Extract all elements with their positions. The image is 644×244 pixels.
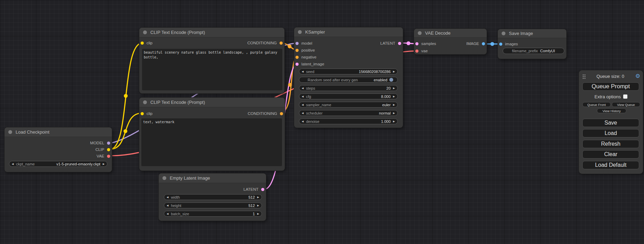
comfyui-canvas[interactable]: { "canvas": { "background": "#212125", "… <box>0 0 644 244</box>
port-dot-image-icon[interactable] <box>482 42 485 45</box>
widget-scheduler[interactable]: ◀ scheduler normal ▶ <box>299 110 398 116</box>
node-header[interactable]: Save Image <box>498 29 566 38</box>
increment-arrow-icon[interactable]: ▶ <box>255 213 262 215</box>
load-button[interactable]: Load <box>582 129 639 137</box>
port-dot-conditioning-icon[interactable] <box>280 112 283 115</box>
output-port-clip[interactable]: CLIP <box>95 146 110 153</box>
port-dot-conditioning-icon[interactable] <box>295 56 299 59</box>
decrement-arrow-icon[interactable]: ◀ <box>299 95 306 98</box>
view-history-button[interactable]: View History <box>597 108 626 113</box>
port-dot-vae-icon[interactable] <box>415 49 418 53</box>
widget-cfg[interactable]: ◀ cfg 8.000 ▶ <box>299 93 398 99</box>
widget-steps[interactable]: ◀ steps 20 ▶ <box>299 85 398 91</box>
node-clip-text-encode-negative[interactable]: CLIP Text Encode (Prompt) clip CONDITION… <box>139 98 285 171</box>
increment-arrow-icon[interactable]: ▶ <box>391 103 397 106</box>
extra-options-checkbox[interactable] <box>623 94 627 99</box>
output-port-latent[interactable]: LATENT <box>380 40 401 47</box>
port-dot-conditioning-icon[interactable] <box>295 49 299 52</box>
refresh-button[interactable]: Refresh <box>582 140 639 148</box>
output-port-vae[interactable]: VAE <box>97 153 110 160</box>
port-dot-latent-icon[interactable] <box>398 42 401 45</box>
collapse-dot-icon[interactable] <box>8 130 12 134</box>
clear-button[interactable]: Clear <box>582 150 639 159</box>
output-port-image[interactable]: IMAGE <box>466 40 485 47</box>
drag-handle-icon[interactable] <box>582 74 585 79</box>
input-port-model[interactable]: model <box>295 40 312 47</box>
widget-batch-size[interactable]: ◀ batch_size 1 ▶ <box>164 211 262 217</box>
node-header[interactable]: CLIP Text Encode (Prompt) <box>139 28 284 37</box>
increment-arrow-icon[interactable]: ▶ <box>391 120 397 123</box>
widget-width[interactable]: ◀ width 512 ▶ <box>164 194 262 200</box>
input-port-samples[interactable]: samples <box>415 40 436 47</box>
view-queue-button[interactable]: View Queue <box>612 102 640 107</box>
port-dot-latent-icon[interactable] <box>415 42 418 45</box>
decrement-arrow-icon[interactable]: ◀ <box>299 112 306 114</box>
input-port-latent-image[interactable]: latent_image <box>295 61 324 67</box>
increment-arrow-icon[interactable]: ▶ <box>100 163 107 165</box>
port-dot-latent-icon[interactable] <box>261 188 264 191</box>
decrement-arrow-icon[interactable]: ◀ <box>299 120 306 123</box>
port-dot-vae-icon[interactable] <box>107 155 110 158</box>
decrement-arrow-icon[interactable]: ◀ <box>299 103 306 106</box>
node-header[interactable]: VAE Decode <box>414 29 487 38</box>
input-port-clip[interactable]: clip <box>141 39 152 46</box>
node-load-checkpoint[interactable]: Load Checkpoint MODEL CLIP VAE ◀ ckpt_na… <box>5 127 112 172</box>
port-dot-clip-icon[interactable] <box>141 112 144 115</box>
decrement-arrow-icon[interactable]: ◀ <box>164 213 171 215</box>
widget-denoise[interactable]: ◀ denoise 1.000 ▶ <box>299 118 398 124</box>
port-dot-model-icon[interactable] <box>295 42 299 45</box>
port-dot-clip-icon[interactable] <box>107 148 110 151</box>
node-vae-decode[interactable]: VAE Decode samples vae IMAGE <box>414 29 487 54</box>
widget-height[interactable]: ◀ height 512 ▶ <box>164 202 262 208</box>
node-ksampler[interactable]: KSampler model positive negative latent_… <box>294 27 403 128</box>
increment-arrow-icon[interactable]: ▶ <box>255 196 262 198</box>
increment-arrow-icon[interactable]: ▶ <box>391 95 397 98</box>
gear-icon[interactable]: ⚙ <box>635 73 640 79</box>
collapse-dot-icon[interactable] <box>418 31 422 35</box>
decrement-arrow-icon[interactable]: ◀ <box>9 163 16 165</box>
collapse-dot-icon[interactable] <box>143 100 147 104</box>
toggle-circle-icon[interactable] <box>389 78 393 82</box>
decrement-arrow-icon[interactable]: ◀ <box>164 204 171 207</box>
output-port-conditioning[interactable]: CONDITIONING <box>247 39 283 46</box>
port-dot-latent-icon[interactable] <box>295 63 299 66</box>
collapse-dot-icon[interactable] <box>502 31 505 35</box>
input-port-positive[interactable]: positive <box>295 47 315 54</box>
node-header[interactable]: Empty Latent Image <box>159 173 266 183</box>
save-button[interactable]: Save <box>582 119 639 127</box>
input-port-negative[interactable]: negative <box>295 54 316 61</box>
node-save-image[interactable]: Save Image images filename_prefix ComfyU… <box>498 29 566 59</box>
output-port-model[interactable]: MODEL <box>90 139 110 146</box>
increment-arrow-icon[interactable]: ▶ <box>391 112 397 114</box>
node-header[interactable]: Load Checkpoint <box>5 127 112 137</box>
port-dot-image-icon[interactable] <box>499 43 502 46</box>
widget-filename-prefix[interactable]: filename_prefix ComfyUI <box>503 48 564 54</box>
load-default-button[interactable]: Load Default <box>582 161 639 169</box>
widget-random-seed-toggle[interactable]: Random seed after every gen enabled <box>299 77 398 83</box>
output-port-conditioning[interactable]: CONDITIONING <box>248 110 283 117</box>
decrement-arrow-icon[interactable]: ◀ <box>299 87 306 89</box>
port-dot-clip-icon[interactable] <box>141 42 144 45</box>
widget-sampler-name[interactable]: ◀ sampler_name euler ▶ <box>299 102 398 108</box>
decrement-arrow-icon[interactable]: ◀ <box>164 196 171 198</box>
increment-arrow-icon[interactable]: ▶ <box>391 87 397 89</box>
input-port-vae[interactable]: vae <box>415 47 428 54</box>
port-dot-conditioning-icon[interactable] <box>280 42 283 45</box>
collapse-dot-icon[interactable] <box>298 30 302 34</box>
collapse-dot-icon[interactable] <box>143 30 147 34</box>
widget-ckpt-name[interactable]: ◀ ckpt_name v1-5-pruned-emaonly.ckpt ▶ <box>9 161 107 167</box>
input-port-clip[interactable]: clip <box>141 110 152 117</box>
input-port-images[interactable]: images <box>499 40 518 47</box>
widget-seed[interactable]: ◀ seed 156680208700286 ▶ <box>299 69 398 74</box>
node-header[interactable]: CLIP Text Encode (Prompt) <box>139 98 285 107</box>
prompt-textarea[interactable]: beautiful scenery nature glass bottle la… <box>142 49 282 90</box>
node-header[interactable]: KSampler <box>294 27 403 37</box>
port-dot-model-icon[interactable] <box>107 142 110 145</box>
queue-front-button[interactable]: Queue Front <box>582 102 611 107</box>
queue-prompt-button[interactable]: Queue Prompt <box>582 82 639 91</box>
decrement-arrow-icon[interactable]: ◀ <box>299 70 306 73</box>
increment-arrow-icon[interactable]: ▶ <box>391 70 397 73</box>
increment-arrow-icon[interactable]: ▶ <box>255 204 262 207</box>
prompt-textarea[interactable]: text, watermark <box>141 118 282 166</box>
node-empty-latent-image[interactable]: Empty Latent Image LATENT ◀ width 512 ▶ … <box>159 173 266 221</box>
